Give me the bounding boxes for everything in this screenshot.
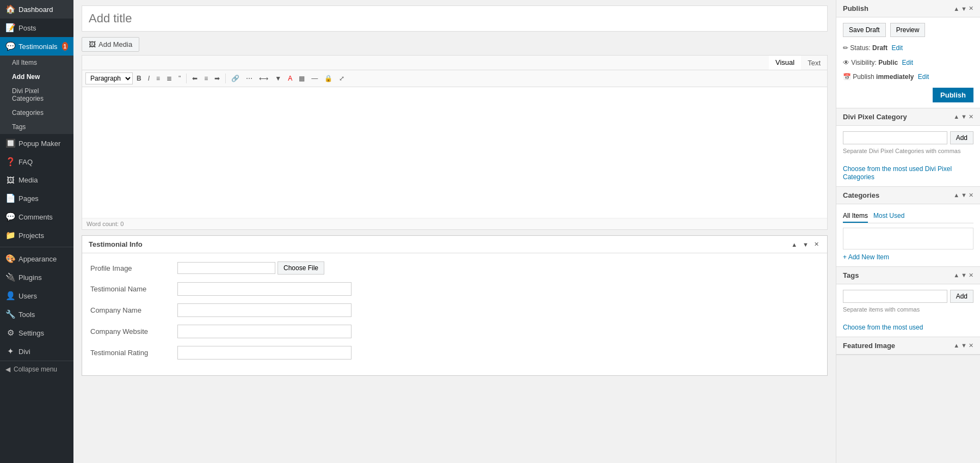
italic-button[interactable]: I [145,73,152,84]
sidebar-item-appearance[interactable]: 🎨 Appearance [0,249,73,268]
publish-collapse-down[interactable]: ▼ [961,5,967,12]
save-draft-button[interactable]: Save Draft [843,23,886,37]
bold-button[interactable]: B [134,73,144,84]
profile-image-input[interactable] [177,262,275,274]
sidebar-item-users[interactable]: 👤 Users [0,287,73,305]
publish-button[interactable]: Publish [933,88,973,102]
sidebar-sub-categories[interactable]: Categories [0,106,73,120]
tab-visual[interactable]: Visual [769,56,801,70]
sidebar-sub-all-items[interactable]: All Items [0,56,73,70]
sidebar-item-projects[interactable]: 📁 Projects [0,226,73,245]
testimonial-info-header[interactable]: Testimonial Info ▲ ▼ ✕ [82,236,827,253]
tags-input[interactable] [843,290,947,303]
categories-collapse-x[interactable]: ✕ [969,192,973,199]
ordered-list-button[interactable]: ≣ [164,73,175,84]
dpc-add-button[interactable]: Add [950,131,973,144]
collapse-x-button[interactable]: ✕ [812,240,821,248]
more-button[interactable]: ⋯ [243,73,255,84]
unordered-list-button[interactable]: ≡ [153,73,163,84]
divi-pixel-category-title: Divi Pixel Category [843,113,907,121]
collapse-up-button[interactable]: ▲ [790,241,799,248]
preview-button[interactable]: Preview [890,23,926,37]
tags-collapse-x[interactable]: ✕ [969,272,973,279]
sidebar-item-plugins[interactable]: 🔌 Plugins [0,268,73,287]
dpc-collapse-up[interactable]: ▲ [953,113,959,120]
testimonial-name-input[interactable] [177,282,352,296]
choose-file-button[interactable]: Choose File [278,261,324,275]
tags-collapse-up[interactable]: ▲ [953,272,959,279]
read-more-button[interactable]: ⟷ [256,73,271,84]
toolbar-toggle-button[interactable]: ▼ [272,73,284,84]
testimonial-info-body: Profile Image Choose File Testimonial Na… [82,253,827,375]
tags-add-button[interactable]: Add [950,290,973,303]
publish-time-edit-link[interactable]: Edit [918,73,929,81]
format-select[interactable]: Paragraph Heading 1 Heading 2 Heading 3 [85,72,133,84]
align-left-button[interactable]: ⬅ [189,73,200,84]
fullscreen-button[interactable]: ⤢ [336,73,347,84]
editor-wrap: Visual Text Paragraph Heading 1 Heading … [82,55,828,230]
categories-collapse-up[interactable]: ▲ [953,192,959,199]
blockquote-button[interactable]: " [176,73,183,84]
editor-body[interactable] [82,87,827,218]
status-label: Status: [850,44,870,52]
link-button[interactable]: 🔗 [229,73,242,84]
status-edit-link[interactable]: Edit [891,44,903,52]
publish-collapse-up[interactable]: ▲ [953,5,959,12]
testimonials-submenu: All Items Add New Divi Pixel Categories … [0,56,73,134]
divi-pixel-category-header[interactable]: Divi Pixel Category ▲ ▼ ✕ [836,108,980,126]
categories-collapse-down[interactable]: ▼ [961,192,967,199]
featured-image-collapse-x[interactable]: ✕ [969,342,973,349]
sidebar-item-dashboard[interactable]: 🏠 Dashboard [0,0,73,19]
sidebar-sub-tags[interactable]: Tags [0,120,73,134]
featured-image-collapse-up[interactable]: ▲ [953,342,959,349]
add-new-item-link[interactable]: + Add New Item [843,253,889,261]
sidebar-item-posts[interactable]: 📝 Posts [0,19,73,37]
sidebar-sub-add-new[interactable]: Add New [0,70,73,84]
add-media-button[interactable]: 🖼 Add Media [82,37,139,52]
tab-most-used[interactable]: Most Used [873,210,904,223]
align-right-button[interactable]: ➡ [212,73,223,84]
publish-collapse-x[interactable]: ✕ [969,5,973,12]
categories-panel-header[interactable]: Categories ▲ ▼ ✕ [836,187,980,204]
hr-button[interactable]: — [309,73,320,84]
align-center-button[interactable]: ≡ [201,73,211,84]
sidebar-sub-divi-pixel-categories[interactable]: Divi Pixel Categories [0,84,73,106]
testimonial-info-title: Testimonial Info [89,240,143,248]
sidebar-item-pages[interactable]: 📄 Pages [0,189,73,208]
sidebar-item-comments[interactable]: 💬 Comments [0,208,73,226]
sidebar-item-faq[interactable]: ❓ FAQ [0,153,73,171]
sidebar-item-testimonials[interactable]: 💬 Testimonials 1 [0,37,73,56]
dpc-collapse-x[interactable]: ✕ [969,113,973,120]
sidebar-item-popup-maker[interactable]: 🔲 Popup Maker [0,134,73,153]
company-website-input[interactable] [177,325,352,338]
dpc-choose-link[interactable]: Choose from the most used Divi Pixel Cat… [843,165,952,181]
users-icon: 👤 [5,291,15,301]
tags-choose-link[interactable]: Choose from the most used [843,324,923,331]
sidebar-item-settings[interactable]: ⚙ Settings [0,324,73,342]
collapse-menu[interactable]: ◀ Collapse menu [0,361,73,377]
main-content: 🖼 Add Media Visual Text Paragraph Headin… [73,0,836,463]
company-website-label: Company Website [90,327,177,336]
post-title-input[interactable] [82,5,828,32]
testimonial-rating-input[interactable] [177,346,352,360]
sidebar-item-media[interactable]: 🖼 Media [0,171,73,189]
lock-button[interactable]: 🔒 [322,73,335,84]
publish-panel-header[interactable]: Publish ▲ ▼ ✕ [836,0,980,17]
featured-image-header[interactable]: Featured Image ▲ ▼ ✕ [836,337,980,355]
tab-all-items[interactable]: All Items [843,210,868,223]
tags-panel-header[interactable]: Tags ▲ ▼ ✕ [836,267,980,284]
tab-text[interactable]: Text [801,56,827,70]
visibility-edit-link[interactable]: Edit [902,59,914,66]
dpc-input[interactable] [843,131,947,144]
table-button[interactable]: ▦ [296,73,307,84]
color-button[interactable]: A [285,73,295,84]
categories-panel: Categories ▲ ▼ ✕ All Items Most Used + A… [836,187,980,267]
dpc-collapse-down[interactable]: ▼ [961,113,967,120]
collapse-down-button[interactable]: ▼ [801,241,810,248]
company-name-input[interactable] [177,303,352,317]
featured-image-collapse-down[interactable]: ▼ [961,342,967,349]
sidebar-item-tools[interactable]: 🔧 Tools [0,305,73,324]
sidebar-item-divi[interactable]: ✦ Divi [0,342,73,361]
tags-collapse-down[interactable]: ▼ [961,272,967,279]
testimonials-icon: 💬 [5,41,15,51]
